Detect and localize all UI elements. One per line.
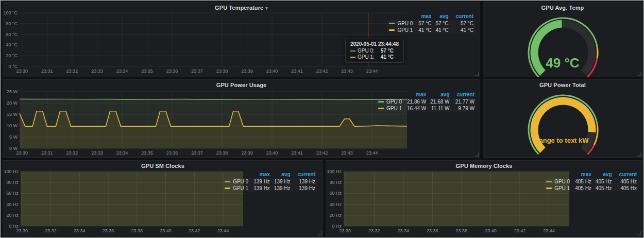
legend-row-gpu0: GPU 0 405 Hz 405 Hz 405 Hz bbox=[544, 178, 639, 185]
svg-text:23:36: 23:36 bbox=[427, 228, 438, 233]
tooltip-series-value: 57 °C bbox=[381, 48, 394, 54]
legend-row-gpu0: GPU 0 57 °C 57 °C 57 °C bbox=[387, 20, 476, 27]
svg-text:23:32: 23:32 bbox=[66, 69, 78, 74]
svg-text:40 °C: 40 °C bbox=[6, 42, 18, 47]
svg-text:20 Hz: 20 Hz bbox=[6, 213, 19, 218]
power-total-gauge bbox=[483, 88, 642, 158]
series-color-swatch bbox=[225, 181, 230, 182]
gauge-value-temp: 49 °C bbox=[483, 55, 642, 71]
legend-header-max[interactable]: max bbox=[573, 171, 594, 178]
panel-resize-handle[interactable] bbox=[637, 152, 641, 157]
svg-text:40 Hz: 40 Hz bbox=[329, 202, 342, 207]
legend-header-row: max avg current bbox=[223, 171, 317, 178]
svg-text:40 Hz: 40 Hz bbox=[6, 202, 19, 207]
panel-resize-handle[interactable] bbox=[318, 231, 322, 235]
legend-value-avg: 11.11 W bbox=[428, 105, 451, 112]
memory-clocks-chart[interactable]: 0 Hz20 Hz40 Hz60 Hz80 Hz100 Hz23:3023:32… bbox=[327, 167, 572, 236]
power-usage-chart[interactable]: 0 W5 W10 W15 W20 W25 W23:3023:3123:3223:… bbox=[4, 87, 411, 158]
legend-series-gpu1[interactable]: GPU 1 bbox=[376, 105, 405, 112]
legend-value-max: 41 °C bbox=[416, 27, 433, 33]
panel-gpu-power-total: GPU Power Total range to text kW bbox=[483, 79, 642, 158]
panel-resize-handle[interactable] bbox=[637, 231, 641, 235]
svg-text:23:42: 23:42 bbox=[316, 69, 328, 74]
legend-header-row: max avg current bbox=[387, 13, 476, 20]
panel-resize-handle[interactable] bbox=[637, 72, 641, 76]
series-color-swatch bbox=[546, 181, 552, 182]
legend-header-current[interactable]: current bbox=[451, 13, 476, 20]
svg-text:23:35: 23:35 bbox=[141, 150, 153, 156]
svg-text:23:39: 23:39 bbox=[241, 69, 253, 74]
legend-series-gpu1[interactable]: GPU 1 bbox=[223, 185, 251, 192]
panel-resize-handle[interactable] bbox=[475, 72, 479, 76]
legend-header-max[interactable]: max bbox=[251, 171, 272, 178]
svg-text:23:41: 23:41 bbox=[291, 69, 303, 74]
svg-text:80 °C: 80 °C bbox=[6, 21, 18, 26]
svg-text:23:36: 23:36 bbox=[103, 228, 114, 233]
legend-value-avg: 139 Hz bbox=[272, 178, 293, 185]
legend-series-label: GPU 1 bbox=[386, 106, 402, 111]
legend-series-gpu0[interactable]: GPU 0 bbox=[544, 178, 573, 185]
legend-header-current[interactable]: current bbox=[452, 91, 477, 98]
series-color-swatch bbox=[350, 50, 355, 52]
svg-text:23:44: 23:44 bbox=[543, 228, 555, 233]
svg-text:23:34: 23:34 bbox=[116, 69, 128, 74]
legend-series-label: GPU 0 bbox=[554, 179, 570, 184]
legend-row-gpu1: GPU 1 139 Hz 139 Hz 139 Hz bbox=[223, 185, 317, 192]
svg-text:23:30: 23:30 bbox=[16, 228, 28, 233]
legend-series-label: GPU 0 bbox=[386, 99, 402, 105]
legend-series-label: GPU 1 bbox=[233, 185, 248, 191]
panel-gpu-temperature: GPU Temperature▾ 0 °C20 °C40 °C60 °C80 °… bbox=[3, 2, 480, 77]
svg-text:23:33: 23:33 bbox=[91, 69, 103, 74]
svg-text:23:44: 23:44 bbox=[366, 150, 378, 156]
svg-text:20 W: 20 W bbox=[7, 100, 18, 106]
legend-series-gpu0[interactable]: GPU 0 bbox=[223, 178, 251, 185]
legend-value-avg: 57 °C bbox=[433, 20, 450, 27]
legend-row-gpu1: GPU 1 41 °C 41 °C 41 °C bbox=[387, 27, 476, 33]
svg-text:23:33: 23:33 bbox=[91, 150, 103, 156]
legend-series-label: GPU 1 bbox=[397, 27, 413, 33]
series-color-swatch bbox=[389, 29, 395, 31]
chart-tooltip: 2020-05-01 23:44:48 GPU 0: 57 °C GPU 1: … bbox=[345, 39, 404, 63]
legend-header-max[interactable]: max bbox=[405, 91, 428, 98]
svg-text:25 W: 25 W bbox=[7, 89, 18, 94]
legend-gpu-sm-clocks: max avg current GPU 0 139 Hz 139 Hz 139 … bbox=[223, 171, 317, 192]
svg-text:23:34: 23:34 bbox=[116, 150, 128, 156]
legend-header-max[interactable]: max bbox=[416, 13, 433, 20]
tooltip-series-value: 41 °C bbox=[381, 54, 394, 60]
legend-header-avg[interactable]: avg bbox=[433, 13, 450, 20]
legend-series-gpu1[interactable]: GPU 1 bbox=[544, 185, 573, 192]
svg-text:23:38: 23:38 bbox=[131, 228, 143, 233]
legend-series-label: GPU 1 bbox=[554, 185, 570, 191]
legend-series-label: GPU 0 bbox=[397, 21, 413, 26]
legend-header-current[interactable]: current bbox=[614, 171, 639, 178]
tooltip-row: GPU 1: 41 °C bbox=[350, 54, 399, 60]
legend-header-avg[interactable]: avg bbox=[428, 91, 451, 98]
legend-value-max: 139 Hz bbox=[251, 178, 272, 185]
legend-series-gpu0[interactable]: GPU 0 bbox=[376, 98, 405, 105]
svg-text:23:30: 23:30 bbox=[340, 228, 351, 233]
legend-value-current: 57 °C bbox=[451, 20, 476, 27]
panel-gpu-power-usage: GPU Power Usage 0 W5 W10 W15 W20 W25 W23… bbox=[3, 79, 480, 158]
legend-value-max: 405 Hz bbox=[573, 185, 594, 192]
svg-text:20 Hz: 20 Hz bbox=[329, 213, 342, 218]
legend-header-current[interactable]: current bbox=[293, 171, 317, 178]
panel-resize-handle[interactable] bbox=[475, 152, 479, 157]
legend-gpu-power-usage: max avg current GPU 0 21.86 W 21.68 W 21… bbox=[376, 91, 477, 112]
legend-value-avg: 405 Hz bbox=[594, 178, 614, 185]
svg-text:60 °C: 60 °C bbox=[6, 32, 18, 37]
sm-clocks-chart[interactable]: 0 Hz20 Hz40 Hz60 Hz80 Hz100 Hz23:3023:32… bbox=[4, 167, 246, 236]
legend-series-gpu0[interactable]: GPU 0 bbox=[387, 20, 416, 27]
legend-series-gpu1[interactable]: GPU 1 bbox=[387, 27, 416, 33]
gauge-value-power: range to text kW bbox=[483, 137, 642, 144]
svg-text:60 Hz: 60 Hz bbox=[329, 191, 342, 196]
legend-value-current: 139 Hz bbox=[293, 185, 317, 192]
legend-value-current: 21.77 W bbox=[452, 98, 477, 105]
svg-text:23:31: 23:31 bbox=[41, 150, 53, 156]
svg-text:23:42: 23:42 bbox=[316, 150, 328, 156]
legend-header-row: max avg current bbox=[544, 171, 639, 178]
tooltip-series-name: GPU 0: bbox=[358, 48, 375, 54]
legend-header-avg[interactable]: avg bbox=[272, 171, 293, 178]
svg-text:23:32: 23:32 bbox=[45, 228, 57, 233]
legend-header-avg[interactable]: avg bbox=[594, 171, 614, 178]
svg-text:23:39: 23:39 bbox=[241, 150, 253, 156]
